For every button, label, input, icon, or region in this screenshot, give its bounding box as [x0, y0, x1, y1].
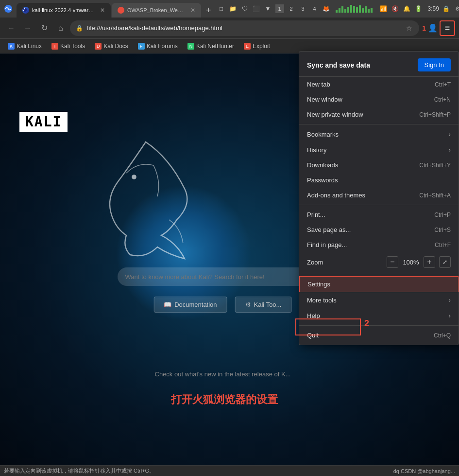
kali-search-input[interactable] [118, 267, 322, 286]
menu-item-more-tools-arrow: › [448, 296, 451, 304]
menu-item-passwords[interactable]: Passwords [299, 173, 459, 188]
folder-icon: 📁 [229, 4, 238, 13]
tab-1-close[interactable]: ✕ [100, 7, 105, 14]
forward-button[interactable]: → [20, 21, 35, 35]
tab-favicon-1 [22, 7, 29, 14]
menu-item-history[interactable]: History › [299, 142, 459, 158]
menu-item-save[interactable]: Save page as... Ctrl+S [299, 222, 459, 237]
menu-item-settings[interactable]: Settings [299, 276, 459, 292]
annotation-2-label: 2 [364, 318, 369, 329]
svg-rect-15 [371, 8, 373, 13]
menu-item-find-label: Find in page... [307, 241, 435, 248]
menu-button[interactable]: ≡ [440, 20, 455, 36]
status-right-icons: dq CSDN @abghanjang... [393, 468, 455, 474]
new-tab-button[interactable]: + [202, 3, 215, 18]
menu-item-private-window-shortcut: Ctrl+Shift+P [419, 111, 451, 118]
docs-icon: 📖 [164, 301, 171, 308]
tools-button[interactable]: ⚙ Kali Too... [235, 297, 292, 313]
bookmark-kali-forums[interactable]: F Kali Forums [134, 42, 182, 51]
bookmark-favicon-forums: F [138, 43, 145, 50]
menu-item-new-window-shortcut: Ctrl+N [434, 96, 451, 103]
menu-item-new-window[interactable]: New window Ctrl+N [299, 92, 459, 107]
menu-item-help-label: Help [307, 312, 444, 319]
sign-in-button[interactable]: Sign In [418, 58, 451, 71]
bookmark-exploit[interactable]: E Exploit [240, 42, 274, 51]
bookmark-label-tools: Kali Tools [60, 43, 85, 50]
address-text: file:///usr/share/kali-defaults/web/home… [87, 24, 401, 32]
menu-item-find[interactable]: Find in page... Ctrl+F [299, 237, 459, 252]
menu-item-help[interactable]: Help › [299, 308, 459, 323]
menu-item-quit-label: Quit [307, 332, 434, 339]
svg-point-16 [132, 175, 136, 179]
terminal-icon: ⬛ [252, 4, 261, 13]
menu-header: Sync and save data Sign In [299, 53, 459, 77]
tab-2-close[interactable]: ✕ [190, 7, 195, 14]
address-bar[interactable]: 🔒 file:///usr/share/kali-defaults/web/ho… [70, 20, 419, 36]
menu-item-quit[interactable]: Quit Ctrl+Q [299, 328, 459, 343]
workspaces-3[interactable]: 3 [299, 4, 307, 13]
svg-rect-5 [341, 6, 343, 13]
svg-rect-7 [347, 7, 349, 13]
menu-item-bookmarks-arrow: › [448, 130, 451, 138]
zoom-expand-button[interactable]: ⤢ [439, 256, 451, 268]
arrow-icon: ▼ [264, 4, 272, 13]
bookmark-kali-tools[interactable]: T Kali Tools [48, 42, 89, 51]
menu-item-new-tab[interactable]: New tab Ctrl+T [299, 77, 459, 92]
menu-item-private-window[interactable]: New private window Ctrl+Shift+P [299, 107, 459, 122]
svg-rect-6 [344, 9, 346, 13]
menu-item-print[interactable]: Print... Ctrl+P [299, 207, 459, 222]
tools-label: Kali Too... [254, 301, 282, 308]
system-tray: □ 📁 🛡 ⬛ ▼ 1 2 3 4 🦊 [217, 4, 459, 14]
zoom-value: 100% [402, 259, 420, 266]
menu-item-downloads[interactable]: Downloads Ctrl+Shift+Y [299, 158, 459, 173]
bookmark-star-icon[interactable]: ☆ [405, 23, 413, 33]
bookmark-kali-docs[interactable]: D Kali Docs [91, 42, 132, 51]
menu-item-more-tools[interactable]: More tools › [299, 292, 459, 308]
bookmark-favicon-tools: T [51, 43, 58, 50]
dragon-svg [68, 126, 223, 282]
menu-item-passwords-label: Passwords [307, 176, 451, 184]
menu-item-downloads-shortcut: Ctrl+Shift+Y [419, 162, 451, 169]
menu-item-quit-shortcut: Ctrl+Q [434, 332, 451, 339]
tab-1[interactable]: kali-linux-2022.4-vmware... ✕ [17, 3, 111, 18]
workspaces-4[interactable]: 4 [310, 4, 319, 13]
menu-item-zoom-label: Zoom [307, 259, 387, 266]
bookmark-label-exploit: Exploit [253, 43, 270, 50]
bookmark-kali-nethunter[interactable]: N Kali NetHunter [184, 42, 238, 51]
menu-item-bookmarks[interactable]: Bookmarks › [299, 126, 459, 142]
tab-2[interactable]: OWASP_Broken_Web_Apps_... ✕ [112, 3, 201, 18]
workspaces-2[interactable]: 2 [287, 4, 296, 13]
context-menu: Sync and save data Sign In New tab Ctrl+… [299, 51, 459, 345]
reload-button[interactable]: ↻ [37, 21, 51, 35]
zoom-out-button[interactable]: − [387, 256, 398, 268]
workspaces-1[interactable]: 1 [275, 4, 284, 13]
docs-button[interactable]: 📖 Documentation [153, 297, 227, 313]
kali-search-container [118, 267, 322, 286]
tab-favicon-2 [118, 7, 124, 14]
back-button[interactable]: ← [4, 21, 18, 35]
battery-icon: 🔋 [414, 4, 423, 13]
menu-item-addons[interactable]: Add-ons and themes Ctrl+Shift+A [299, 188, 459, 203]
bookmark-label-kali: Kali Linux [17, 43, 42, 50]
status-bar: 若要输入定向到该虚拟机，请将鼠标指针移入其中或按 Ctrl+G。 dq CSDN… [0, 465, 459, 476]
status-text: 若要输入定向到该虚拟机，请将鼠标指针移入其中或按 Ctrl+G。 [4, 467, 154, 475]
kali-logo-container: KALI [19, 112, 68, 132]
menu-item-save-shortcut: Ctrl+S [434, 227, 451, 233]
kali-logo: KALI [19, 112, 68, 132]
address-actions: ☆ [405, 23, 413, 33]
menu-item-find-shortcut: Ctrl+F [435, 242, 451, 248]
menu-item-new-window-label: New window [307, 96, 434, 103]
svg-rect-14 [368, 9, 370, 13]
address-lock-icon: 🔒 [76, 25, 83, 32]
bookmark-favicon-kali: K [8, 43, 15, 50]
menu-item-bookmarks-label: Bookmarks [307, 131, 444, 138]
bookmark-kali-linux[interactable]: K Kali Linux [4, 42, 46, 51]
zoom-in-button[interactable]: + [424, 256, 435, 268]
firefox-icon: 🦊 [322, 4, 331, 13]
home-button[interactable]: ⌂ [53, 21, 68, 35]
mute-icon: 🔇 [391, 4, 400, 13]
bookmark-label-forums: Kali Forums [147, 43, 178, 50]
menu-item-print-label: Print... [307, 211, 434, 218]
bookmark-label-nethunter: Kali NetHunter [196, 43, 234, 50]
profile-icon[interactable]: 👤 [427, 22, 439, 34]
